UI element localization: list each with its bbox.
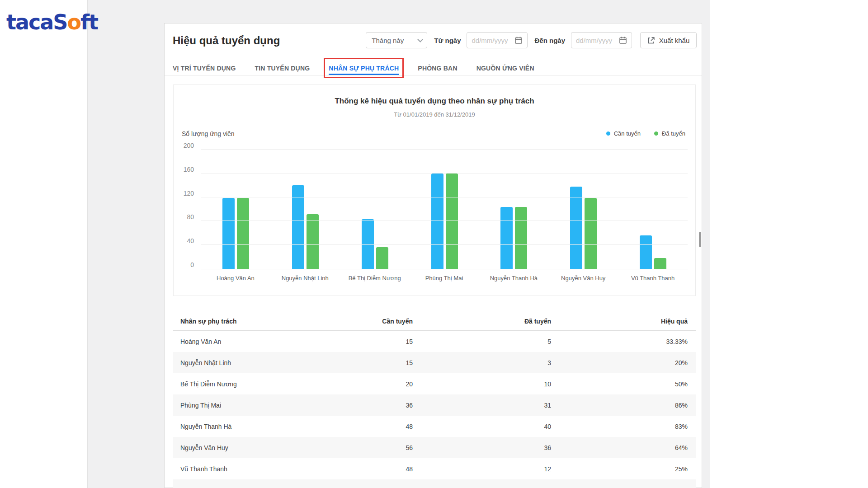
bar-group [271,185,340,269]
gridline [201,244,688,245]
export-button-label: Xuất khẩu [659,37,690,44]
report-card: Hiệu quả tuyển dụng Tháng này Từ ngày dd… [164,23,702,488]
vertical-scrollbar-thumb[interactable] [699,232,701,247]
tab-nguon-ung-vien[interactable]: NGUỒN ỨNG VIÊN [476,61,534,75]
period-select-value: Tháng này [372,37,404,44]
chart-panel: Thống kê hiệu quả tuyển dụng theo nhân s… [173,84,696,296]
cell-can-tuyen: 48 [336,423,413,430]
plot-area: 04080120160200 [201,150,688,269]
cell-name: Phùng Thị Mai [180,402,336,409]
calendar-icon [514,36,523,44]
bar-can-tuyen[interactable] [500,207,513,269]
cell-da-tuyen: 10 [413,380,551,388]
cell-da-tuyen: 12 [413,465,551,473]
table-header-cell: Đã tuyển [413,318,551,325]
chevron-down-icon [418,37,424,42]
to-date-label: Đến ngày [534,37,565,44]
x-axis-label: Nguyễn Nhật Linh [270,275,340,282]
bar-can-tuyen[interactable] [292,185,304,269]
y-axis-title: Số lượng ứng viên [182,130,235,137]
table-body: Hoàng Văn An15533.33%Nguyễn Nhật Linh153… [173,331,696,479]
cell-can-tuyen: 20 [336,380,413,388]
table-row[interactable]: Nguyễn Thanh Hà484083% [173,416,696,437]
table-row[interactable]: Bế Thị Diễm Nương201050% [173,373,696,394]
gridline [201,173,688,174]
y-tick-label: 0 [190,261,194,268]
bar-group [618,235,688,269]
bar-da-tuyen[interactable] [307,214,319,269]
calendar-icon [619,36,627,44]
from-date-label: Từ ngày [434,37,461,44]
tab-bar: VỊ TRÍ TUYỂN DỤNGTIN TUYỂN DỤNGNHÂN SỰ P… [165,61,702,75]
to-date-input[interactable]: dd/mm/yyyy [571,32,632,48]
table-row[interactable]: Nguyễn Văn Huy563664% [173,437,696,458]
export-button[interactable]: Xuất khẩu [640,32,697,48]
bar-da-tuyen[interactable] [376,247,388,269]
bar-da-tuyen[interactable] [585,198,597,269]
cell-hieu-qua: 25% [551,465,688,473]
export-icon [647,37,655,44]
y-tick-label: 120 [184,190,194,197]
cell-hieu-qua: 20% [551,359,688,366]
cell-hieu-qua: 33.33% [551,338,688,345]
table-row[interactable]: Phùng Thị Mai363186% [173,394,696,416]
logo-text-right: ft [80,10,98,34]
tab-phong-ban[interactable]: PHÒNG BAN [418,61,457,75]
y-tick-label: 200 [184,142,194,149]
chart-legend: Cần tuyểnĐã tuyển [606,130,685,137]
cell-name: Nguyễn Thanh Hà [180,423,336,430]
cell-hieu-qua: 50% [551,380,688,388]
table-row[interactable]: Vũ Thanh Thanh481225% [173,458,696,479]
bar-can-tuyen[interactable] [570,187,582,269]
bar-group [201,198,271,269]
bar-da-tuyen[interactable] [237,198,249,269]
table-header-cell: Hiệu quả [551,318,688,325]
cell-name: Vũ Thanh Thanh [180,465,336,473]
legend-item: Đã tuyển [654,130,685,137]
bar-da-tuyen[interactable] [446,174,458,269]
cell-name: Nguyễn Nhật Linh [180,359,336,366]
cell-hieu-qua: 83% [551,423,688,430]
tab-nhan-su-phu-trach[interactable]: NHÂN SỰ PHỤ TRÁCH [329,61,399,75]
gridline [201,221,688,221]
bar-can-tuyen[interactable] [222,198,235,269]
x-axis-label: Phùng Thị Mai [410,275,479,282]
x-axis-label: Bế Thị Diễm Nương [340,275,410,282]
cell-name: Nguyễn Văn Huy [180,444,336,451]
cell-da-tuyen: 36 [413,444,551,451]
cell-da-tuyen: 31 [413,402,551,409]
table-header-cell: Cần tuyển [336,318,413,325]
cell-name: Hoàng Văn An [180,338,336,345]
x-axis-label: Nguyễn Văn Huy [548,275,618,282]
cell-hieu-qua: 86% [551,402,688,409]
from-date-input[interactable]: dd/mm/yyyy [467,32,528,48]
bar-can-tuyen[interactable] [431,174,443,269]
legend-label: Đã tuyển [662,130,685,137]
period-select[interactable]: Tháng này [366,32,427,48]
tab-vi-tri-tuyen-dung[interactable]: VỊ TRÍ TUYỂN DỤNG [173,61,236,75]
tab-tin-tuyen-dung[interactable]: TIN TUYỂN DỤNG [255,61,310,75]
chart-subtitle: Từ 01/01/2019 đến 31/12/2019 [174,111,695,118]
table-header-row: Nhân sự phụ tráchCần tuyểnĐã tuyểnHiệu q… [173,312,696,331]
cell-can-tuyen: 36 [336,402,413,409]
bar-group [410,174,479,269]
legend-label: Cần tuyển [614,130,641,137]
cell-hieu-qua: 64% [551,444,688,451]
bar-da-tuyen[interactable] [654,258,666,269]
cell-can-tuyen: 48 [336,465,413,473]
legend-item: Cần tuyển [606,130,641,137]
tacasoft-logo: tacaSoft [6,10,98,34]
table-row[interactable]: Hoàng Văn An15533.33% [173,331,696,352]
bar-can-tuyen[interactable] [640,235,652,269]
logo-letter-o: o [67,10,80,34]
x-axis-labels: Hoàng Văn AnNguyễn Nhật LinhBế Thị Diễm … [201,275,688,282]
y-tick-label: 40 [187,237,194,244]
table-row[interactable]: Nguyễn Nhật Linh15320% [173,352,696,373]
cell-da-tuyen: 3 [413,359,551,366]
x-axis-label: Vũ Thanh Thanh [618,275,688,282]
bar-da-tuyen[interactable] [515,207,527,269]
cell-name: Bế Thị Diễm Nương [180,380,336,388]
page-title: Hiệu quả tuyển dụng [173,34,280,47]
y-tick-label: 160 [184,166,194,173]
bars-layer [201,150,688,269]
